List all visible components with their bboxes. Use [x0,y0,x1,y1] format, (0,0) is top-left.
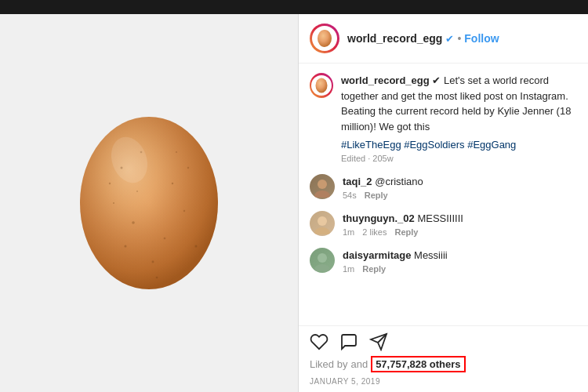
top-bar [0,0,588,14]
comments-area: world_record_egg ✔ Let's set a world rec… [299,64,588,325]
svg-point-14 [109,183,111,184]
post-date: January 5, 2019 [310,377,577,386]
comment-content-thuyn: MESSIIIIII [417,212,463,224]
caption-avatar-ring [310,73,333,98]
user-avatar-taqi [311,176,333,198]
svg-point-12 [187,167,189,169]
caption-block: world_record_egg ✔ Let's set a world rec… [310,73,577,163]
verified-badge: ✔ [445,33,454,45]
liked-by-conjunction: and [350,358,368,370]
svg-point-18 [318,30,332,47]
caption-avatar-egg [314,77,328,94]
post-image-panel [0,14,298,392]
comment-icon [339,332,358,351]
svg-point-6 [125,245,127,248]
comment-button[interactable] [339,332,358,351]
caption-username[interactable]: world_record_egg [341,74,430,86]
svg-point-21 [314,191,330,198]
svg-point-23 [314,227,330,234]
comment-reply-taqi[interactable]: Reply [365,191,388,200]
comment-reply-thuyn[interactable]: Reply [394,227,418,237]
comment-meta-daisy: 1m Reply [343,264,577,274]
actions-bar: Liked by and 57,757,828 others January 5… [299,325,588,392]
header-info: world_record_egg ✔ • Follow [347,32,577,45]
comment-avatar-daisy [310,248,335,273]
user-avatar-thuyn [311,212,333,234]
caption-verified: ✔ [432,74,444,86]
comment-avatar-thuyn [310,211,335,236]
follow-button[interactable]: Follow [464,32,499,45]
comment-reply-daisy[interactable]: Reply [362,264,386,274]
comment-text-daisy: daisyarmitage Messiiii [343,249,448,261]
svg-point-9 [152,261,154,263]
comment-item: taqi_2 @cristiano 54s Reply [310,174,577,200]
post-username[interactable]: world_record_egg [347,32,442,45]
svg-point-7 [183,210,185,212]
caption-avatar-inner [311,75,332,96]
share-button[interactable] [369,332,388,351]
user-avatar-daisy [311,249,333,271]
svg-point-25 [314,264,330,271]
heart-icon [310,332,328,351]
caption-edited: Edited · 205w [341,154,577,163]
comment-meta-thuyn: 1m 2 likes Reply [343,227,577,237]
svg-point-1 [80,117,218,289]
action-icons-row [310,332,577,351]
svg-point-22 [318,216,327,226]
dot-separator: • [457,32,461,45]
username-row: world_record_egg ✔ • Follow [347,32,577,45]
comment-likes-thuyn: 2 likes [362,227,387,237]
liked-by-row: Liked by and 57,757,828 others [310,356,577,372]
comment-time-daisy: 1m [343,264,354,274]
main-content: world_record_egg ✔ • Follow [0,14,588,392]
comment-body-taqi: taqi_2 @cristiano 54s Reply [343,174,577,200]
comment-username-thuyn[interactable]: thuynguyn._02 [343,212,415,224]
svg-point-5 [164,238,166,240]
comment-avatar-taqi [310,174,335,199]
svg-point-19 [316,78,328,93]
svg-point-10 [176,151,177,153]
svg-point-16 [136,191,138,192]
avatar-egg-icon [316,28,333,49]
caption-hashtags[interactable]: #LikeTheEgg #EggSoldiers #EggGang [341,139,577,151]
svg-point-13 [195,245,198,248]
comment-time-taqi: 54s [343,191,357,200]
comment-username-taqi[interactable]: taqi_2 [343,176,372,187]
comment-meta-taqi: 54s Reply [343,191,577,200]
liked-by-label: Liked by [310,358,347,370]
comment-body-thuyn: thuynguyn._02 MESSIIIIII 1m 2 likes Repl… [343,211,577,237]
share-icon [369,332,388,351]
svg-point-24 [318,253,327,263]
right-panel: world_record_egg ✔ • Follow [298,14,588,392]
comment-text-taqi: taqi_2 @cristiano [343,176,423,187]
svg-point-3 [172,183,173,184]
comment-text-thuyn: thuynguyn._02 MESSIIIIII [343,212,463,224]
comment-time-thuyn: 1m [343,227,354,237]
comment-content-daisy: Messiiii [414,249,448,261]
profile-avatar-ring[interactable] [310,24,339,53]
svg-point-15 [156,277,158,279]
svg-point-4 [132,221,135,224]
egg-image [63,89,235,317]
caption-text: world_record_egg ✔ Let's set a world rec… [341,74,571,132]
caption-content: world_record_egg ✔ Let's set a world rec… [341,73,577,163]
comment-username-daisy[interactable]: daisyarmitage [343,249,411,261]
profile-avatar-inner [312,26,337,51]
comment-content-taqi: @cristiano [375,176,423,187]
svg-point-8 [113,202,114,204]
liked-by-count[interactable]: 57,757,828 others [371,356,465,372]
comment-body-daisy: daisyarmitage Messiiii 1m Reply [343,248,577,274]
post-header: world_record_egg ✔ • Follow [299,14,588,64]
like-button[interactable] [310,332,328,351]
comment-item-daisy: daisyarmitage Messiiii 1m Reply [310,248,577,274]
comment-item-thuyn: thuynguyn._02 MESSIIIIII 1m 2 likes Repl… [310,211,577,237]
svg-point-20 [318,180,327,189]
